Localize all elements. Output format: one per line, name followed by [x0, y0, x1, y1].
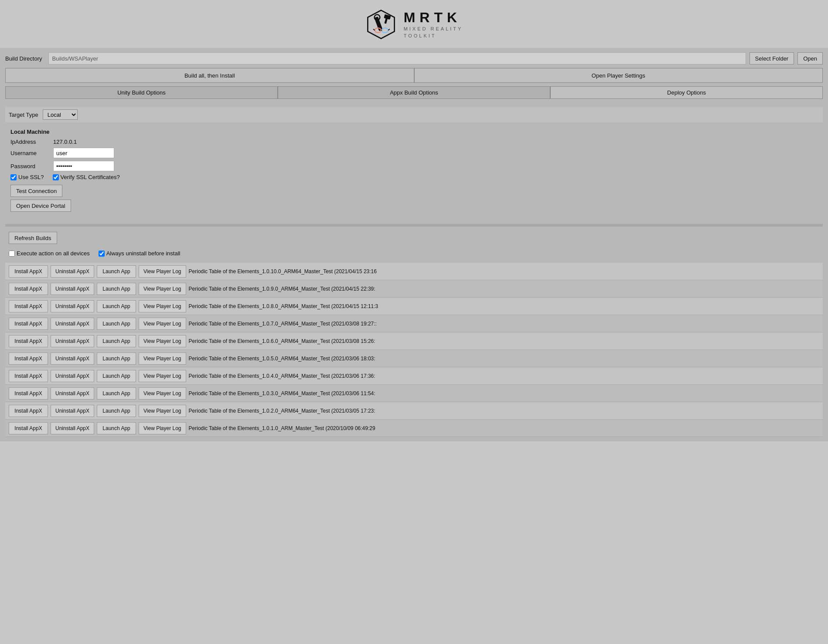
- build-all-button[interactable]: Build all, then Install: [5, 68, 414, 83]
- player-settings-button[interactable]: Open Player Settings: [414, 68, 823, 83]
- app-subtitle-line1: MIXED REALITY: [404, 26, 463, 31]
- view-player-log-button[interactable]: View Player Log: [139, 300, 186, 312]
- install-appx-button[interactable]: Install AppX: [9, 283, 48, 295]
- build-name: Periodic Table of the Elements_1.0.5.0_A…: [189, 356, 819, 362]
- header: MRTK MIXED REALITY TOOLKIT: [0, 0, 828, 48]
- build-directory-input[interactable]: [48, 52, 746, 64]
- svg-point-4: [382, 28, 388, 33]
- header-text: MRTK MIXED REALITY TOOLKIT: [404, 10, 463, 38]
- view-player-log-button[interactable]: View Player Log: [139, 405, 186, 417]
- view-player-log-button[interactable]: View Player Log: [139, 370, 186, 382]
- uninstall-appx-button[interactable]: Uninstall AppX: [51, 318, 94, 330]
- launch-app-button[interactable]: Launch App: [97, 370, 136, 382]
- view-player-log-button[interactable]: View Player Log: [139, 265, 186, 278]
- build-row: Install AppXUninstall AppXLaunch AppView…: [5, 350, 823, 367]
- view-player-log-button[interactable]: View Player Log: [139, 335, 186, 347]
- view-player-log-button[interactable]: View Player Log: [139, 318, 186, 330]
- password-input[interactable]: [53, 161, 114, 171]
- install-appx-button[interactable]: Install AppX: [9, 300, 48, 312]
- install-appx-button[interactable]: Install AppX: [9, 318, 48, 330]
- refresh-builds-button[interactable]: Refresh Builds: [9, 232, 57, 244]
- action-row: Build all, then Install Open Player Sett…: [5, 68, 823, 83]
- verify-ssl-item: Verify SSL Certificates?: [53, 174, 120, 180]
- always-uninstall-label: Always uninstall before install: [106, 250, 181, 257]
- uninstall-appx-button[interactable]: Uninstall AppX: [51, 283, 94, 295]
- build-name: Periodic Table of the Elements_1.0.9.0_A…: [189, 286, 819, 292]
- username-row: Username: [10, 148, 818, 158]
- uninstall-appx-button[interactable]: Uninstall AppX: [51, 387, 94, 400]
- tab-unity-build[interactable]: Unity Build Options: [5, 86, 278, 99]
- open-button[interactable]: Open: [797, 52, 823, 64]
- always-uninstall-item: Always uninstall before install: [99, 250, 181, 257]
- deploy-options-panel: Target Type Local Remote Local Machine I…: [5, 103, 823, 222]
- install-appx-button[interactable]: Install AppX: [9, 370, 48, 382]
- app-title: MRTK: [404, 10, 463, 24]
- install-appx-button[interactable]: Install AppX: [9, 405, 48, 417]
- install-appx-button[interactable]: Install AppX: [9, 387, 48, 400]
- tab-deploy-options[interactable]: Deploy Options: [550, 86, 823, 99]
- execute-all-checkbox[interactable]: [9, 251, 15, 257]
- build-row: Install AppXUninstall AppXLaunch AppView…: [5, 315, 823, 332]
- uninstall-appx-button[interactable]: Uninstall AppX: [51, 300, 94, 312]
- divider: [5, 224, 823, 227]
- connection-buttons: Test Connection: [10, 185, 818, 197]
- build-row: Install AppXUninstall AppXLaunch AppView…: [5, 263, 823, 280]
- launch-app-button[interactable]: Launch App: [97, 387, 136, 400]
- use-ssl-checkbox[interactable]: [10, 174, 17, 180]
- launch-app-button[interactable]: Launch App: [97, 353, 136, 365]
- launch-app-button[interactable]: Launch App: [97, 318, 136, 330]
- verify-ssl-label: Verify SSL Certificates?: [61, 174, 120, 180]
- launch-app-button[interactable]: Launch App: [97, 265, 136, 278]
- view-player-log-button[interactable]: View Player Log: [139, 387, 186, 400]
- always-uninstall-checkbox[interactable]: [99, 251, 105, 257]
- uninstall-appx-button[interactable]: Uninstall AppX: [51, 422, 94, 434]
- builds-controls: Refresh Builds: [5, 228, 823, 247]
- select-folder-button[interactable]: Select Folder: [750, 52, 794, 64]
- target-type-label: Target Type: [9, 112, 38, 118]
- execute-all-label: Execute action on all devices: [17, 250, 90, 257]
- build-name: Periodic Table of the Elements_1.0.6.0_A…: [189, 338, 819, 344]
- test-connection-button[interactable]: Test Connection: [10, 185, 62, 197]
- verify-ssl-checkbox[interactable]: [53, 174, 59, 180]
- view-player-log-button[interactable]: View Player Log: [139, 283, 186, 295]
- ip-address-row: IpAddress 127.0.0.1: [10, 139, 818, 145]
- password-row: Password: [10, 161, 818, 171]
- open-device-portal-button[interactable]: Open Device Portal: [10, 200, 71, 212]
- tab-appx-build[interactable]: Appx Build Options: [278, 86, 550, 99]
- target-type-row: Target Type Local Remote: [5, 107, 823, 122]
- build-name: Periodic Table of the Elements_1.0.7.0_A…: [189, 321, 819, 327]
- build-name: Periodic Table of the Elements_1.0.4.0_A…: [189, 373, 819, 379]
- launch-app-button[interactable]: Launch App: [97, 300, 136, 312]
- uninstall-appx-button[interactable]: Uninstall AppX: [51, 405, 94, 417]
- view-player-log-button[interactable]: View Player Log: [139, 422, 186, 434]
- builds-list: Install AppXUninstall AppXLaunch AppView…: [5, 263, 823, 437]
- uninstall-appx-button[interactable]: Uninstall AppX: [51, 370, 94, 382]
- install-appx-button[interactable]: Install AppX: [9, 353, 48, 365]
- ip-value: 127.0.0.1: [53, 139, 77, 145]
- view-player-log-button[interactable]: View Player Log: [139, 353, 186, 365]
- target-type-select[interactable]: Local Remote: [43, 109, 78, 120]
- uninstall-appx-button[interactable]: Uninstall AppX: [51, 335, 94, 347]
- build-row: Install AppXUninstall AppXLaunch AppView…: [5, 332, 823, 350]
- ip-label: IpAddress: [10, 139, 50, 145]
- build-row: Install AppXUninstall AppXLaunch AppView…: [5, 385, 823, 402]
- local-machine-panel: Local Machine IpAddress 127.0.0.1 Userna…: [5, 124, 823, 216]
- launch-app-button[interactable]: Launch App: [97, 405, 136, 417]
- install-appx-button[interactable]: Install AppX: [9, 335, 48, 347]
- build-name: Periodic Table of the Elements_1.0.1.0_A…: [189, 425, 819, 431]
- use-ssl-item: Use SSL?: [10, 174, 44, 180]
- install-appx-button[interactable]: Install AppX: [9, 265, 48, 278]
- username-input[interactable]: [53, 148, 114, 158]
- local-machine-title: Local Machine: [10, 129, 818, 135]
- ssl-checkbox-row: Use SSL? Verify SSL Certificates?: [10, 174, 818, 180]
- build-row: Install AppXUninstall AppXLaunch AppView…: [5, 420, 823, 437]
- build-row: Install AppXUninstall AppXLaunch AppView…: [5, 402, 823, 420]
- install-appx-button[interactable]: Install AppX: [9, 422, 48, 434]
- launch-app-button[interactable]: Launch App: [97, 283, 136, 295]
- execute-all-item: Execute action on all devices: [9, 250, 90, 257]
- uninstall-appx-button[interactable]: Uninstall AppX: [51, 353, 94, 365]
- uninstall-appx-button[interactable]: Uninstall AppX: [51, 265, 94, 278]
- tabs-row: Unity Build Options Appx Build Options D…: [5, 86, 823, 99]
- launch-app-button[interactable]: Launch App: [97, 422, 136, 434]
- launch-app-button[interactable]: Launch App: [97, 335, 136, 347]
